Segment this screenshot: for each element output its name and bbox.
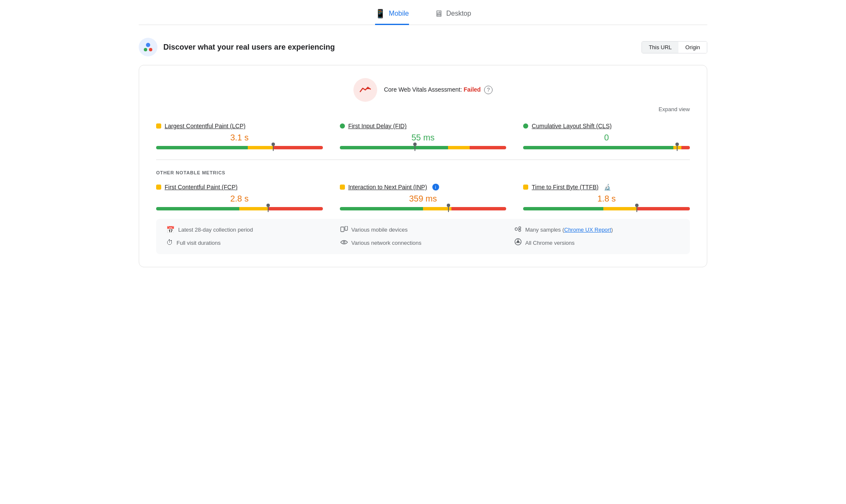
metric-dot-cls: [523, 123, 528, 129]
tab-desktop-label: Desktop: [446, 10, 471, 17]
svg-point-9: [343, 241, 345, 243]
bar-green-fcp: [156, 207, 239, 210]
footer-info: 📅 Latest 28-day collection period Variou…: [156, 219, 690, 254]
footer-chrome-versions: All Chrome versions: [514, 238, 680, 247]
footer-network: Various network connections: [340, 238, 506, 247]
header-section: Discover what your real users are experi…: [139, 38, 707, 56]
avatar: [139, 38, 157, 56]
metric-label-row-lcp: Largest Contentful Paint (LCP): [156, 123, 323, 129]
metric-lcp: Largest Contentful Paint (LCP) 3.1 s: [156, 123, 323, 149]
metric-name-inp[interactable]: Interaction to Next Paint (INP): [348, 184, 427, 190]
metric-label-row-fcp: First Contentful Paint (FCP): [156, 184, 323, 190]
bar-red-inp: [451, 207, 507, 210]
metric-label-row-fid: First Input Delay (FID): [340, 123, 507, 129]
svg-point-11: [517, 241, 519, 243]
timer-icon: ⏱: [166, 239, 173, 246]
metric-dot-fcp: [156, 185, 161, 190]
bar-segments-lcp: [156, 146, 323, 149]
metric-ttfb: Time to First Byte (TTFB) 🔬 1.8 s: [523, 184, 690, 210]
progress-bar-ttfb: [523, 207, 690, 210]
bar-segments-fcp: [156, 207, 323, 210]
mobile-icon: 📱: [375, 8, 386, 19]
bar-orange-ttfb: [603, 207, 637, 210]
svg-point-2: [149, 48, 152, 51]
chrome-icon: [514, 238, 522, 247]
bar-green-fid: [340, 146, 448, 149]
bar-segments-cls: [523, 146, 690, 149]
assessment-icon: [353, 78, 377, 102]
bar-orange-fid: [448, 146, 470, 149]
metrics-divider: [156, 160, 690, 160]
bar-green-ttfb: [523, 207, 603, 210]
metric-fid: First Input Delay (FID) 55 ms: [340, 123, 507, 149]
metric-value-fcp: 2.8 s: [156, 194, 323, 204]
other-metrics-grid: First Contentful Paint (FCP) 2.8 s Inter…: [156, 184, 690, 210]
metric-fcp: First Contentful Paint (FCP) 2.8 s: [156, 184, 323, 210]
expand-view-button[interactable]: Expand view: [156, 106, 690, 112]
bar-red-lcp: [273, 146, 323, 149]
bar-orange-inp: [423, 207, 451, 210]
metric-label-row-inp: Interaction to Next Paint (INP) i: [340, 184, 507, 190]
metric-name-ttfb[interactable]: Time to First Byte (TTFB): [532, 184, 598, 190]
progress-bar-inp: [340, 207, 507, 210]
metric-value-fid: 55 ms: [340, 133, 507, 143]
mobile-devices-icon: [340, 226, 348, 234]
metric-inp: Interaction to Next Paint (INP) i 359 ms: [340, 184, 507, 210]
svg-point-8: [519, 229, 521, 231]
desktop-icon: 🖥: [434, 9, 443, 19]
assessment-title-row: Core Web Vitals Assessment: Failed ?: [384, 86, 493, 94]
svg-rect-4: [341, 227, 344, 232]
metric-label-row-cls: Cumulative Layout Shift (CLS): [523, 123, 690, 129]
metric-label-row-ttfb: Time to First Byte (TTFB) 🔬: [523, 184, 690, 190]
footer-visit-durations: ⏱ Full visit durations: [166, 238, 332, 247]
bar-marker-inp: [448, 205, 449, 212]
metric-value-cls: 0: [523, 133, 690, 143]
svg-point-7: [519, 227, 521, 229]
metric-dot-lcp: [156, 123, 161, 129]
metric-value-lcp: 3.1 s: [156, 133, 323, 143]
metric-name-lcp[interactable]: Largest Contentful Paint (LCP): [165, 123, 246, 129]
metric-cls: Cumulative Layout Shift (CLS) 0: [523, 123, 690, 149]
metric-name-fcp[interactable]: First Contentful Paint (FCP): [165, 184, 238, 190]
metric-value-inp: 359 ms: [340, 194, 507, 204]
bar-segments-inp: [340, 207, 507, 210]
samples-icon: [514, 226, 522, 234]
assessment-title-prefix: Core Web Vitals Assessment:: [384, 86, 464, 93]
calendar-icon: 📅: [166, 226, 175, 234]
chrome-ux-report-link[interactable]: Chrome UX Report: [564, 227, 611, 233]
progress-bar-cls: [523, 146, 690, 149]
svg-point-6: [515, 228, 518, 230]
tab-mobile-label: Mobile: [389, 10, 409, 17]
bar-red-fid: [470, 146, 506, 149]
progress-bar-fcp: [156, 207, 323, 210]
metric-dot-inp: [340, 185, 345, 190]
this-url-button[interactable]: This URL: [642, 42, 678, 53]
bar-segments-ttfb: [523, 207, 690, 210]
help-icon[interactable]: ?: [484, 86, 493, 94]
bar-red-fcp: [268, 207, 323, 210]
assessment-header: Core Web Vitals Assessment: Failed ?: [156, 78, 690, 102]
metric-name-fid[interactable]: First Input Delay (FID): [348, 123, 407, 129]
bar-orange-lcp: [248, 146, 273, 149]
footer-samples: Many samples (Chrome UX Report): [514, 226, 680, 234]
metric-value-ttfb: 1.8 s: [523, 194, 690, 204]
info-icon[interactable]: i: [432, 184, 439, 190]
progress-bar-fid: [340, 146, 507, 149]
bar-segments-fid: [340, 146, 507, 149]
header-left: Discover what your real users are experi…: [139, 38, 335, 56]
svg-rect-5: [345, 226, 347, 230]
bar-marker-cls: [677, 144, 678, 151]
other-metrics-label: OTHER NOTABLE METRICS: [156, 170, 690, 175]
assessment-status: Failed: [464, 86, 481, 93]
metric-name-cls[interactable]: Cumulative Layout Shift (CLS): [532, 123, 611, 129]
bar-red-cls: [681, 146, 690, 149]
svg-point-0: [146, 43, 150, 47]
bar-marker-lcp: [273, 144, 274, 151]
tab-desktop[interactable]: 🖥 Desktop: [434, 8, 471, 25]
svg-point-1: [144, 48, 147, 51]
tab-mobile[interactable]: 📱 Mobile: [375, 8, 409, 25]
bar-red-ttfb: [636, 207, 690, 210]
core-metrics-grid: Largest Contentful Paint (LCP) 3.1 s Fir…: [156, 123, 690, 149]
origin-button[interactable]: Origin: [678, 42, 707, 53]
tab-bar: 📱 Mobile 🖥 Desktop: [139, 8, 707, 25]
